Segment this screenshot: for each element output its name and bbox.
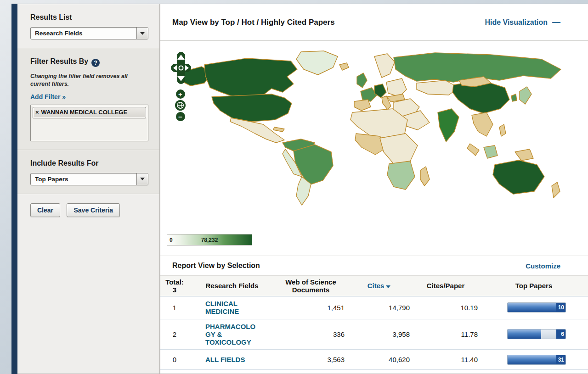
hide-visualization-link[interactable]: Hide Visualization — — [485, 17, 560, 27]
column-cites[interactable]: Cites — [346, 282, 412, 290]
chevron-down-icon — [140, 32, 145, 35]
bar-fill — [508, 303, 563, 312]
include-results-title: Include Results For — [30, 159, 148, 167]
top-papers-value: 31 — [556, 355, 565, 364]
row-rank: 2 — [160, 330, 189, 338]
bar-fill — [508, 329, 541, 339]
map-area: + − 0 78,232 — [160, 41, 588, 256]
bar-fill — [508, 355, 563, 364]
filter-section: Filter Results By? Changing the filter f… — [17, 48, 159, 150]
row-cites: 40,620 — [346, 356, 412, 363]
filter-chip[interactable]: × WANNAN MEDICAL COLLEGE — [33, 107, 146, 119]
field-link[interactable]: CLINICAL MEDICINE — [205, 300, 257, 316]
row-cites: 14,790 — [346, 304, 412, 312]
column-documents: Web of Science Documents — [275, 278, 346, 294]
filter-chip-label: WANNAN MEDICAL COLLEGE — [41, 109, 128, 116]
chevron-down-icon — [140, 178, 145, 180]
legend-min: 0 — [170, 237, 173, 243]
top-papers-value: 10 — [556, 303, 565, 312]
column-cites-per-paper: Cites/Paper — [412, 282, 480, 290]
row-documents: 1,451 — [275, 304, 346, 312]
row-documents: 336 — [275, 330, 346, 338]
report-title: Report View by Selection — [172, 262, 260, 270]
top-papers-value: 6 — [556, 329, 565, 339]
report-table: Total: 3 Research Fields Web of Science … — [160, 275, 588, 370]
save-criteria-button[interactable]: Save Criteria — [67, 203, 120, 217]
table-row: 0 ALL FIELDS 3,563 40,620 11.40 31 — [160, 350, 588, 370]
sort-desc-icon — [386, 285, 390, 288]
row-rank: 0 — [160, 356, 189, 363]
row-cites-per-paper: 11.78 — [412, 330, 480, 338]
row-cites-per-paper: 11.40 — [412, 356, 480, 363]
map-pan-control[interactable] — [170, 51, 192, 85]
main-panel: Map View by Top / Hot / Highly Cited Pap… — [160, 4, 588, 374]
results-list-section: Results List Research Fields — [17, 4, 159, 48]
table-row: 2 PHARMACOLOGY & TOXICOLOGY 336 3,958 11… — [160, 319, 588, 350]
top-papers-bar: 6 — [507, 329, 566, 339]
row-cites-per-paper: 10.19 — [412, 304, 480, 312]
map-title: Map View by Top / Hot / Highly Cited Pap… — [172, 18, 335, 27]
row-cites: 3,958 — [346, 330, 412, 338]
sidebar-actions: Clear Save Criteria — [17, 194, 159, 226]
active-filters-box: × WANNAN MEDICAL COLLEGE — [30, 105, 148, 141]
legend-max: 78,232 — [201, 237, 218, 243]
include-results-dropdown[interactable]: Top Papers — [30, 173, 148, 185]
sidebar: Results List Research Fields Filter Resu… — [17, 4, 160, 374]
report-header: Report View by Selection Customize — [160, 256, 588, 275]
total-value: 3 — [160, 286, 189, 294]
results-list-title: Results List — [30, 13, 148, 22]
total-header: Total: 3 — [160, 278, 189, 294]
add-filter-link[interactable]: Add Filter » — [30, 93, 66, 100]
column-research-fields: Research Fields — [189, 282, 275, 290]
zoom-in-button[interactable]: + — [176, 89, 185, 99]
field-link[interactable]: ALL FIELDS — [205, 356, 257, 363]
table-row: 1 CLINICAL MEDICINE 1,451 14,790 10.19 1… — [160, 296, 588, 319]
hide-visualization-label: Hide Visualization — [485, 18, 548, 27]
zoom-out-button[interactable]: − — [176, 112, 185, 121]
include-results-section: Include Results For Top Papers — [17, 150, 159, 194]
results-list-dropdown-value: Research Fields — [31, 30, 136, 37]
clear-button[interactable]: Clear — [30, 203, 60, 217]
table-header-row: Total: 3 Research Fields Web of Science … — [160, 275, 588, 296]
filter-section-title: Filter Results By? — [30, 57, 148, 67]
top-papers-bar: 31 — [507, 355, 566, 365]
screen: Results List Research Fields Filter Resu… — [0, 0, 588, 374]
customize-link[interactable]: Customize — [526, 262, 560, 270]
row-rank: 1 — [160, 304, 189, 312]
map-legend: 0 78,232 — [167, 234, 252, 246]
row-documents: 3,563 — [275, 356, 346, 363]
collapse-icon: — — [552, 17, 560, 27]
map-header: Map View by Top / Hot / Highly Cited Pap… — [160, 4, 588, 41]
results-list-dropdown[interactable]: Research Fields — [30, 27, 148, 39]
filter-note: Changing the filter field removes all cu… — [30, 73, 148, 88]
column-top-papers: Top Papers — [480, 282, 588, 290]
left-edge-strip — [11, 4, 17, 374]
world-map[interactable] — [178, 49, 576, 208]
include-results-dropdown-value: Top Papers — [31, 176, 136, 183]
dropdown-button[interactable] — [136, 173, 148, 185]
globe-icon[interactable] — [175, 100, 186, 111]
help-icon[interactable]: ? — [91, 59, 100, 67]
filter-title-text: Filter Results By — [30, 57, 88, 65]
field-link[interactable]: PHARMACOLOGY & TOXICOLOGY — [205, 323, 257, 346]
dropdown-button[interactable] — [136, 28, 148, 39]
map-zoom-control: + − — [175, 89, 186, 121]
total-label: Total: — [160, 278, 189, 286]
remove-filter-icon[interactable]: × — [35, 109, 39, 116]
top-papers-bar: 10 — [507, 302, 566, 313]
